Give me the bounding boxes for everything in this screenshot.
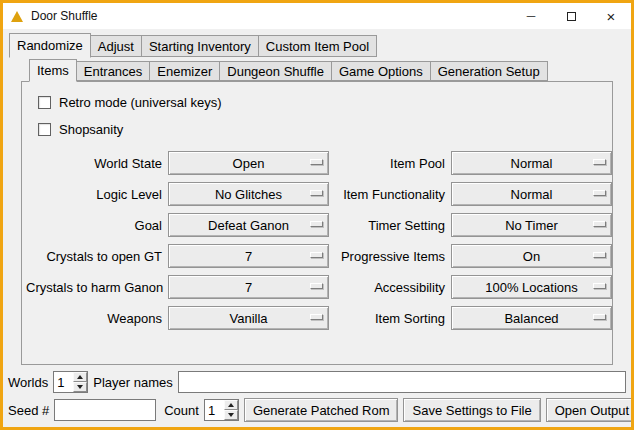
crystals-harm-ganon-label: Crystals to harm Ganon xyxy=(26,280,162,295)
bottom-controls: Worlds Player names Seed # Count xyxy=(8,371,626,422)
settings-grid: World State Open Item Pool Normal Logic … xyxy=(26,151,612,330)
tab-custom-item-pool[interactable]: Custom Item Pool xyxy=(258,35,377,57)
crystals-harm-ganon-value: 7 xyxy=(245,280,252,295)
tab-adjust[interactable]: Adjust xyxy=(90,35,142,57)
accessibility-label: Accessibility xyxy=(335,280,445,295)
tab-starting-inventory[interactable]: Starting Inventory xyxy=(141,35,259,57)
app-icon xyxy=(10,9,25,24)
main-tabstrip: Randomize Adjust Starting Inventory Cust… xyxy=(9,33,631,57)
spin-down-icon[interactable] xyxy=(224,410,238,420)
worlds-label: Worlds xyxy=(8,375,48,390)
crystals-harm-ganon-dropdown[interactable]: 7 xyxy=(168,275,329,299)
dropdown-indicator-icon xyxy=(310,314,323,320)
worlds-spinbox xyxy=(53,371,88,393)
worlds-spinbox-input[interactable] xyxy=(54,372,73,392)
player-names-label: Player names xyxy=(93,375,172,390)
progressive-items-value: On xyxy=(523,249,540,264)
close-button[interactable]: × xyxy=(591,3,631,29)
dropdown-indicator-icon xyxy=(310,190,323,196)
close-icon: × xyxy=(607,8,616,25)
item-pool-label: Item Pool xyxy=(335,156,445,171)
crystals-open-gt-value: 7 xyxy=(245,249,252,264)
count-spinbox-input[interactable] xyxy=(205,400,224,420)
dropdown-indicator-icon xyxy=(593,190,606,196)
weapons-value: Vanilla xyxy=(229,311,267,326)
item-sorting-dropdown[interactable]: Balanced xyxy=(451,306,612,330)
world-state-label: World State xyxy=(26,156,162,171)
dropdown-indicator-icon xyxy=(593,252,606,258)
progressive-items-label: Progressive Items xyxy=(335,249,445,264)
item-pool-value: Normal xyxy=(511,156,553,171)
titlebar: Door Shuffle ─ × xyxy=(3,3,631,29)
dropdown-indicator-icon xyxy=(593,159,606,165)
count-spin-buttons xyxy=(224,400,238,420)
items-pane: Retro mode (universal keys) Shopsanity W… xyxy=(21,81,613,365)
open-output-directory-button[interactable]: Open Output Directory xyxy=(546,398,634,422)
goal-dropdown[interactable]: Defeat Ganon xyxy=(168,213,329,237)
tab-items[interactable]: Items xyxy=(29,59,77,82)
minimize-icon: ─ xyxy=(527,9,536,23)
accessibility-value: 100% Locations xyxy=(485,280,578,295)
dropdown-indicator-icon xyxy=(310,283,323,289)
progressive-items-dropdown[interactable]: On xyxy=(451,244,612,268)
goal-label: Goal xyxy=(26,218,162,233)
seed-label: Seed # xyxy=(8,403,49,418)
goal-value: Defeat Ganon xyxy=(208,218,289,233)
shopsanity-label: Shopsanity xyxy=(59,122,123,137)
crystals-open-gt-label: Crystals to open GT xyxy=(26,249,162,264)
dropdown-indicator-icon xyxy=(593,283,606,289)
tab-enemizer[interactable]: Enemizer xyxy=(149,61,220,81)
retro-mode-row: Retro mode (universal keys) xyxy=(38,92,612,112)
maximize-icon xyxy=(567,12,576,21)
save-settings-button[interactable]: Save Settings to File xyxy=(403,398,540,422)
spin-up-icon[interactable] xyxy=(73,372,87,382)
door-shuffle-window: Door Shuffle ─ × Randomize Adjust Starti… xyxy=(0,0,634,430)
world-state-dropdown[interactable]: Open xyxy=(168,151,329,175)
tab-randomize[interactable]: Randomize xyxy=(9,33,91,58)
count-label: Count xyxy=(164,403,199,418)
generate-patched-rom-button[interactable]: Generate Patched Rom xyxy=(244,398,399,422)
maximize-button[interactable] xyxy=(551,3,591,29)
logic-level-label: Logic Level xyxy=(26,187,162,202)
window-controls: ─ × xyxy=(511,3,631,29)
logic-level-value: No Glitches xyxy=(215,187,282,202)
minimize-button[interactable]: ─ xyxy=(511,3,551,29)
dropdown-indicator-icon xyxy=(593,221,606,227)
timer-setting-dropdown[interactable]: No Timer xyxy=(451,213,612,237)
weapons-dropdown[interactable]: Vanilla xyxy=(168,306,329,330)
sub-tabstrip: Items Entrances Enemizer Dungeon Shuffle… xyxy=(29,59,631,81)
spin-down-icon[interactable] xyxy=(73,382,87,392)
player-names-input[interactable] xyxy=(178,371,626,393)
shopsanity-row: Shopsanity xyxy=(38,119,612,139)
weapons-label: Weapons xyxy=(26,311,162,326)
logic-level-dropdown[interactable]: No Glitches xyxy=(168,182,329,206)
seed-input[interactable] xyxy=(54,399,156,421)
tab-dungeon-shuffle[interactable]: Dungeon Shuffle xyxy=(219,61,332,81)
crystals-open-gt-dropdown[interactable]: 7 xyxy=(168,244,329,268)
accessibility-dropdown[interactable]: 100% Locations xyxy=(451,275,612,299)
timer-setting-value: No Timer xyxy=(505,218,558,233)
item-functionality-dropdown[interactable]: Normal xyxy=(451,182,612,206)
item-sorting-label: Item Sorting xyxy=(335,311,445,326)
tab-entrances[interactable]: Entrances xyxy=(76,61,151,81)
dropdown-indicator-icon xyxy=(310,252,323,258)
dropdown-indicator-icon xyxy=(310,159,323,165)
dropdown-indicator-icon xyxy=(593,314,606,320)
spin-up-icon[interactable] xyxy=(224,400,238,410)
worlds-row: Worlds Player names xyxy=(8,371,626,393)
retro-mode-checkbox[interactable] xyxy=(38,96,51,109)
item-sorting-value: Balanced xyxy=(504,311,558,326)
tab-game-options[interactable]: Game Options xyxy=(331,61,431,81)
dropdown-indicator-icon xyxy=(310,221,323,227)
world-state-value: Open xyxy=(233,156,265,171)
seed-row: Seed # Count Generate Patched Rom Save S… xyxy=(8,398,626,422)
shopsanity-checkbox[interactable] xyxy=(38,123,51,136)
item-functionality-label: Item Functionality xyxy=(335,187,445,202)
item-pool-dropdown[interactable]: Normal xyxy=(451,151,612,175)
item-functionality-value: Normal xyxy=(511,187,553,202)
retro-mode-label: Retro mode (universal keys) xyxy=(59,95,222,110)
tab-generation-setup[interactable]: Generation Setup xyxy=(430,61,548,81)
count-spinbox xyxy=(204,399,239,421)
timer-setting-label: Timer Setting xyxy=(335,218,445,233)
worlds-spin-buttons xyxy=(73,372,87,392)
